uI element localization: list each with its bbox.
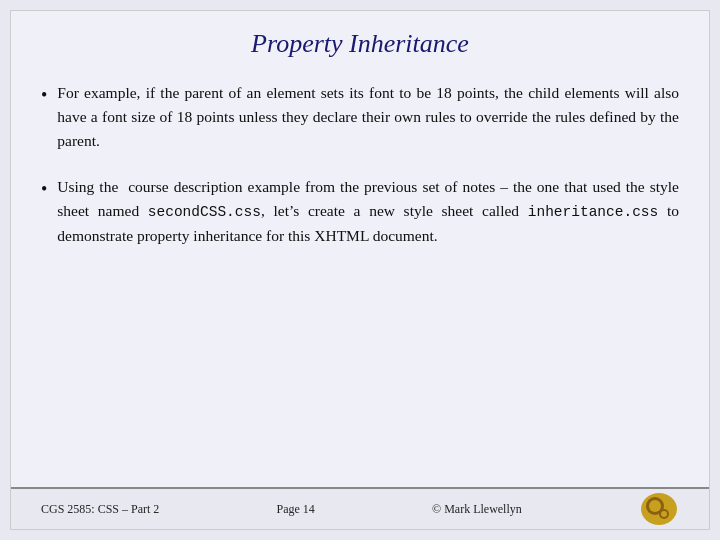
footer-center: Page 14 [277,502,315,517]
code-inheritance: inheritance.css [528,204,659,220]
slide: Property Inheritance • For example, if t… [10,10,710,530]
footer-logo [639,491,679,527]
footer-left: CGS 2585: CSS – Part 2 [41,502,159,517]
code-secondcss: secondCSS.css [148,204,261,220]
slide-content: • For example, if the parent of an eleme… [41,81,679,487]
slide-title: Property Inheritance [41,29,679,59]
footer-right: © Mark Llewellyn [432,502,522,517]
bullet-dot-1: • [41,82,47,110]
bullet-item-1: • For example, if the parent of an eleme… [41,81,679,153]
bullet-item-2: • Using the course description example f… [41,175,679,248]
slide-footer: CGS 2585: CSS – Part 2 Page 14 © Mark Ll… [11,487,709,529]
svg-point-4 [661,511,667,517]
svg-point-2 [649,500,661,512]
bullet-dot-2: • [41,176,47,204]
bullet-text-1: For example, if the parent of an element… [57,81,679,153]
bullet-text-2: Using the course description example fro… [57,175,679,248]
